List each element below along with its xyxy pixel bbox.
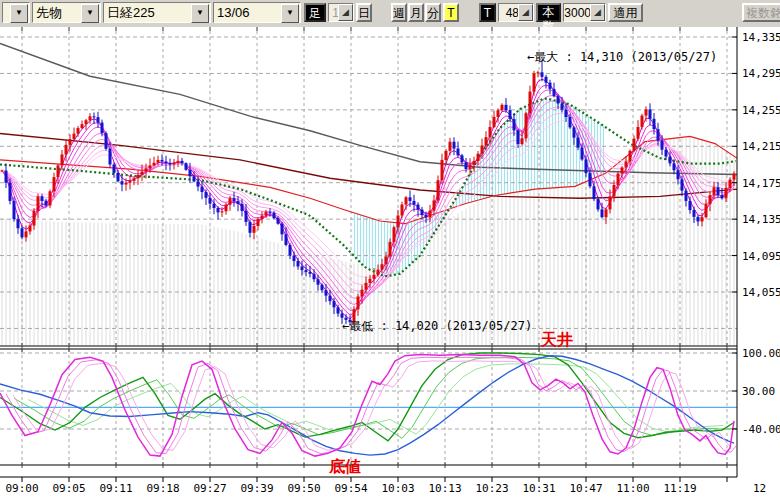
svg-text:30.00: 30.00 [742,385,775,398]
svg-text:10:03: 10:03 [381,482,414,495]
svg-text:10:13: 10:13 [428,482,461,495]
spin-grip-icon[interactable]: ◢ [518,4,533,21]
svg-text:14,255: 14,255 [742,104,780,117]
svg-text:14,215: 14,215 [742,140,780,153]
tick-count-label-button[interactable]: T [479,3,496,22]
bar-count-value: 3000 [564,5,591,21]
svg-text:14,175: 14,175 [742,177,780,190]
svg-text:14,055: 14,055 [742,286,780,299]
contract-month-value: 13/06 [214,3,253,22]
symbol-select[interactable]: 日経225 ▼ [103,2,211,23]
ceiling-annotation: 天井 [540,330,573,349]
svg-text:09:54: 09:54 [334,482,367,495]
chart-application-window: ▼ 先物 ▼ 日経225 ▼ 13/06 ▼ 足 1 ◢ 日 週 月 分 T T… [0,0,780,500]
contract-month-select[interactable]: 13/06 ▼ [213,2,301,23]
chevron-down-icon[interactable]: ▼ [10,4,28,23]
svg-text:-40.00: -40.00 [742,423,780,436]
symbol-value: 日経225 [104,3,158,22]
svg-text:12: 12 [753,482,766,495]
chart-canvas[interactable]: 14,33514,29514,25514,21514,17514,13514,0… [0,27,780,500]
tick-count-stepper[interactable]: 48 ◢ [498,3,534,22]
chevron-down-icon[interactable]: ▼ [281,4,299,23]
period-tick-button-active[interactable]: T [443,3,459,22]
svg-text:14,335: 14,335 [742,31,780,44]
instrument-value: 先物 [33,3,65,22]
bar-count-label-button[interactable]: 本数 [536,3,561,22]
svg-text:14,295: 14,295 [742,67,780,80]
toolbar: ▼ 先物 ▼ 日経225 ▼ 13/06 ▼ 足 1 ◢ 日 週 月 分 T T… [0,0,780,27]
svg-text:09:50: 09:50 [287,482,320,495]
svg-text:11:19: 11:19 [663,482,696,495]
period-week-button[interactable]: 週 [391,3,407,22]
svg-text:09:39: 09:39 [240,482,273,495]
svg-text:14,095: 14,095 [742,250,780,263]
svg-text:100.00: 100.00 [742,347,780,360]
svg-text:14,135: 14,135 [742,213,780,226]
svg-text:11:00: 11:00 [616,482,649,495]
multi-symbol-button[interactable]: 複数銘柄 [742,3,780,22]
bar-count-stepper[interactable]: 3000 ◢ [563,3,606,22]
svg-text:10:23: 10:23 [475,482,508,495]
svg-text:09:00: 09:00 [5,482,38,495]
mini-dropdown[interactable]: ▼ [2,2,30,23]
instrument-select[interactable]: 先物 ▼ [32,2,101,23]
svg-text:10:47: 10:47 [569,482,602,495]
period-day-button[interactable]: 日 [356,3,372,22]
chevron-down-icon[interactable]: ▼ [81,4,99,23]
svg-text:09:27: 09:27 [193,482,226,495]
spin-grip-icon[interactable]: ◢ [338,4,353,21]
svg-text:09:11: 09:11 [99,482,132,495]
svg-text:09:18: 09:18 [146,482,179,495]
period-month-button[interactable]: 月 [408,3,424,22]
spin-grip-icon[interactable]: ◢ [590,4,605,21]
bar-interval-stepper[interactable]: 1 ◢ [328,3,354,22]
svg-text:09:05: 09:05 [52,482,85,495]
bottom-annotation: 底値 [328,457,361,476]
bar-type-label-button[interactable]: 足 [304,3,326,22]
max-price-annotation: ←最大 : 14,310 (2013/05/27) [527,50,717,64]
tick-count-value: 48 [506,5,519,21]
apply-button[interactable]: 適用 [608,3,643,22]
period-minute-button[interactable]: 分 [425,3,441,22]
chart-area: 14,33514,29514,25514,21514,17514,13514,0… [0,27,780,500]
min-price-annotation: ←最低 : 14,020 (2013/05/27) [342,319,532,333]
chevron-down-icon[interactable]: ▼ [191,4,209,23]
svg-text:10:31: 10:31 [522,482,555,495]
